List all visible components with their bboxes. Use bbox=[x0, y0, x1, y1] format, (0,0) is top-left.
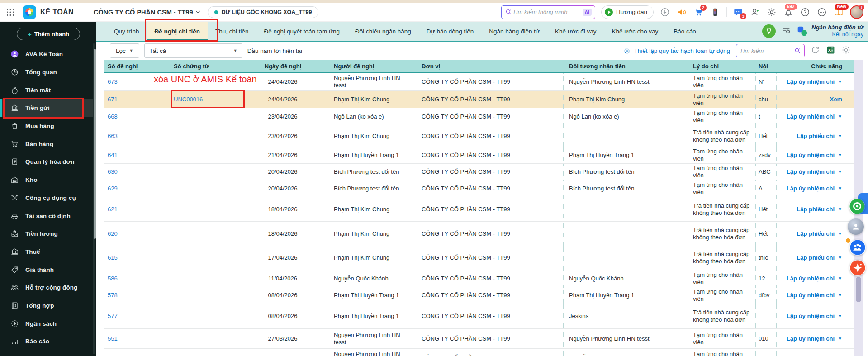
add-person-icon[interactable] bbox=[749, 7, 760, 18]
column-header-3[interactable]: Ngày đề nghị bbox=[237, 59, 328, 73]
action-link[interactable]: Lập ủy nhiệm chi bbox=[787, 354, 835, 356]
dataset-pill[interactable]: DỮ LIỆU GỐC KHÔNG XÓA_TT99 bbox=[208, 6, 318, 18]
action-link[interactable]: Lập ủy nhiệm chi bbox=[787, 168, 835, 176]
tab-9[interactable]: Khế ước cho vay bbox=[604, 22, 666, 41]
sidebar-item-cart[interactable]: Bán hàng bbox=[0, 135, 96, 153]
user-avatar[interactable]: ! bbox=[850, 5, 863, 19]
notifications-bell-icon[interactable]: 692 bbox=[783, 7, 794, 18]
request-number-link[interactable]: 641 bbox=[108, 152, 118, 159]
action-link[interactable]: Lập ủy nhiệm chi bbox=[787, 185, 835, 192]
request-number-link[interactable]: 663 bbox=[108, 133, 118, 140]
sidebar-item-salary[interactable]: Tiền lương bbox=[0, 225, 96, 243]
grid-settings-gear-icon[interactable] bbox=[841, 45, 851, 57]
column-header-1[interactable]: Số đề nghị bbox=[104, 59, 170, 73]
action-link[interactable]: Lập ủy nhiệm chi bbox=[787, 313, 835, 320]
tab-2[interactable]: Đề nghị chi tiền bbox=[147, 22, 208, 41]
sidebar-item-tools[interactable]: Công cụ dụng cụ bbox=[0, 189, 96, 207]
sidebar-item-budget[interactable]: Ngân sách bbox=[0, 314, 96, 332]
request-number-link[interactable]: 578 bbox=[108, 292, 118, 299]
action-caret-icon[interactable]: ▼ bbox=[838, 254, 842, 261]
action-caret-icon[interactable]: ▼ bbox=[838, 275, 842, 282]
more-options-icon[interactable] bbox=[816, 7, 827, 18]
sidebar-item-columns[interactable]: Thuế bbox=[0, 243, 96, 261]
filter-button[interactable]: Lọc ▼ bbox=[110, 43, 139, 58]
table-search-input[interactable] bbox=[740, 47, 794, 54]
tab-7[interactable]: Ngân hàng điện tử bbox=[481, 22, 547, 41]
request-number-link[interactable]: 673 bbox=[108, 78, 118, 85]
action-link[interactable]: Lập phiếu chi bbox=[797, 206, 835, 213]
guide-button[interactable]: Hướng dẫn bbox=[601, 5, 654, 19]
tab-3[interactable]: Thu, chi tiền bbox=[208, 22, 256, 41]
sidebar-item-invoice[interactable]: Quản lý hóa đơn bbox=[0, 153, 96, 171]
support-chat-icon[interactable] bbox=[849, 198, 865, 214]
assistant-avatar[interactable] bbox=[848, 218, 864, 235]
scope-select[interactable]: Tất cả ▼ bbox=[144, 43, 242, 58]
sidebar-item-pie[interactable]: Tổng quan bbox=[0, 63, 96, 81]
tips-lightbulb-icon[interactable] bbox=[762, 24, 776, 38]
action-caret-icon[interactable]: ▼ bbox=[838, 206, 842, 213]
download-icon[interactable] bbox=[659, 7, 670, 18]
sidebar-item-bag[interactable]: Mua hàng bbox=[0, 117, 96, 135]
export-excel-icon[interactable]: X bbox=[826, 45, 835, 57]
action-caret-icon[interactable]: ▼ bbox=[838, 113, 842, 120]
column-header-2[interactable]: Số chứng từ bbox=[170, 59, 237, 73]
request-number-link[interactable]: 586 bbox=[108, 275, 118, 282]
sidebar-item-ava[interactable]: AVA Kế Toán bbox=[0, 45, 96, 63]
action-caret-icon[interactable]: ▼ bbox=[838, 335, 842, 342]
request-number-link[interactable]: 671 bbox=[108, 96, 118, 103]
request-number-link[interactable]: 550 bbox=[108, 354, 118, 356]
tab-8[interactable]: Khế ước đi vay bbox=[547, 22, 604, 41]
action-link[interactable]: Lập ủy nhiệm chi bbox=[787, 335, 835, 342]
settings-gear-icon[interactable] bbox=[766, 7, 777, 18]
view-settings-icon[interactable] bbox=[781, 25, 791, 37]
action-caret-icon[interactable]: ▼ bbox=[838, 292, 842, 299]
column-header-7[interactable]: Lý do chi bbox=[689, 59, 756, 73]
smart-search-input[interactable] bbox=[512, 9, 583, 15]
action-caret-icon[interactable]: ▼ bbox=[838, 230, 842, 237]
request-number-link[interactable]: 629 bbox=[108, 185, 118, 192]
community-icon[interactable] bbox=[849, 239, 866, 256]
amis-logo-icon[interactable] bbox=[23, 5, 36, 19]
sidebar-item-moneybag[interactable]: Tiền mặt bbox=[0, 81, 96, 99]
sidebar-item-bank[interactable]: Tiền gửi bbox=[0, 99, 96, 117]
request-number-link[interactable]: 551 bbox=[108, 335, 118, 342]
action-caret-icon[interactable]: ▼ bbox=[838, 78, 842, 85]
action-link[interactable]: Xem bbox=[830, 96, 842, 103]
request-number-link[interactable]: 577 bbox=[108, 313, 118, 320]
column-header-9[interactable]: Chức năng bbox=[777, 59, 854, 73]
request-number-link[interactable]: 620 bbox=[108, 230, 118, 237]
action-link[interactable]: Lập ủy nhiệm chi bbox=[787, 292, 835, 299]
sidebar-item-people[interactable]: Hỗ trợ cộng đồng bbox=[0, 279, 96, 297]
column-header-6[interactable]: Đối tượng nhận tiền bbox=[564, 59, 689, 73]
action-link[interactable]: Lập ủy nhiệm chi bbox=[787, 113, 835, 120]
phone-icon[interactable] bbox=[710, 7, 721, 18]
document-number-link[interactable]: UNC00016 bbox=[174, 96, 203, 103]
action-caret-icon[interactable]: ▼ bbox=[838, 354, 842, 356]
tab-6[interactable]: Dự báo dòng tiền bbox=[419, 22, 481, 41]
request-number-link[interactable]: 668 bbox=[108, 113, 118, 120]
tab-5[interactable]: Đối chiếu ngân hàng bbox=[347, 22, 419, 41]
action-link[interactable]: Lập phiếu chi bbox=[797, 133, 835, 140]
sidebar-item-ledger[interactable]: Tổng hợp bbox=[0, 297, 96, 315]
tab-4[interactable]: Đề nghị quyết toán tạm ứng bbox=[256, 22, 347, 41]
request-number-link[interactable]: 621 bbox=[108, 206, 118, 213]
quick-add-button[interactable]: + Thêm nhanh bbox=[17, 28, 80, 40]
chat-icon[interactable]: 3 bbox=[733, 7, 744, 18]
column-header-4[interactable]: Người đề nghị bbox=[328, 59, 414, 73]
action-link[interactable]: Lập ủy nhiệm chi bbox=[787, 275, 835, 282]
column-header-8[interactable]: Nội bbox=[756, 59, 777, 73]
action-caret-icon[interactable]: ▼ bbox=[838, 152, 842, 159]
ebank-promo[interactable]: Ngân hàng điện tử Kết nối ngay bbox=[797, 24, 863, 38]
app-grid-menu-icon[interactable] bbox=[5, 7, 15, 17]
action-link[interactable]: Lập ủy nhiệm chi bbox=[787, 152, 835, 159]
megaphone-icon[interactable] bbox=[676, 7, 687, 18]
sidebar-item-tag[interactable]: Giá thành bbox=[0, 261, 96, 279]
action-link[interactable]: Lập ủy nhiệm chi bbox=[787, 78, 835, 85]
cart-icon[interactable]: 2 bbox=[693, 7, 704, 18]
help-icon[interactable] bbox=[800, 7, 811, 18]
tab-1[interactable]: Quy trình bbox=[106, 22, 147, 41]
action-caret-icon[interactable]: ▼ bbox=[838, 133, 842, 140]
whats-new-icon[interactable]: New bbox=[833, 7, 844, 18]
company-selector[interactable]: CÔNG TY CỔ PHẦN CSM - TT99 bbox=[94, 9, 200, 16]
column-header-5[interactable]: Đơn vị bbox=[414, 59, 564, 73]
